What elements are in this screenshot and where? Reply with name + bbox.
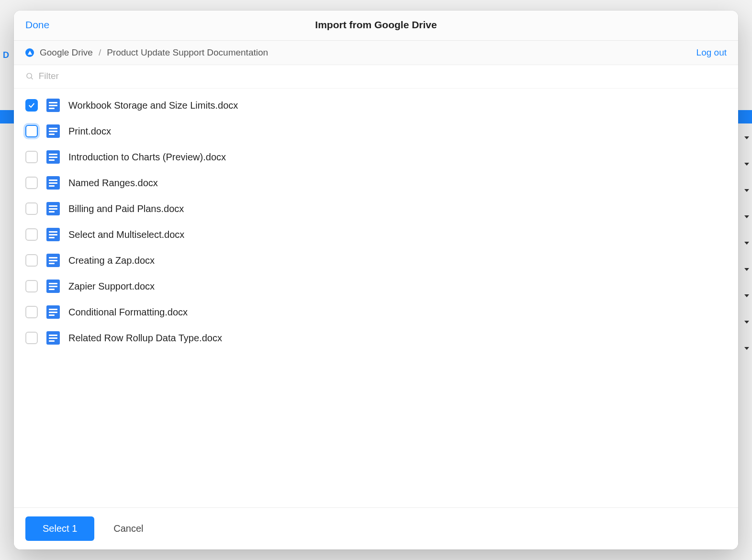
file-row[interactable]: Named Ranges.docx [22,170,730,196]
breadcrumb-separator: / [99,47,101,58]
import-modal: Done Import from Google Drive Google Dri… [14,11,738,549]
document-icon [46,124,60,138]
search-icon [25,72,34,80]
file-name-label: Workbook Storage and Size Limits.docx [68,100,238,111]
logout-button[interactable]: Log out [696,47,727,58]
file-list[interactable]: Workbook Storage and Size Limits.docxPri… [14,89,738,507]
file-name-label: Conditional Formatting.docx [68,307,188,318]
file-row[interactable]: Workbook Storage and Size Limits.docx [22,92,730,118]
file-name-label: Creating a Zap.docx [68,255,155,266]
modal-footer: Select 1 Cancel [14,507,738,549]
background-carets [744,136,749,373]
cancel-button[interactable]: Cancel [113,523,143,534]
breadcrumb-current: Product Update Support Documentation [107,47,268,58]
document-icon [46,150,60,164]
file-checkbox[interactable] [25,99,38,112]
file-checkbox[interactable] [25,177,38,189]
file-row[interactable]: Conditional Formatting.docx [22,299,730,325]
svg-line-1 [31,78,33,79]
file-row[interactable]: Related Row Rollup Data Type.docx [22,325,730,351]
file-name-label: Print.docx [68,126,111,137]
select-button[interactable]: Select 1 [25,516,94,541]
document-icon [46,331,60,345]
file-row[interactable]: Billing and Paid Plans.docx [22,196,730,222]
file-checkbox[interactable] [25,202,38,215]
file-checkbox[interactable] [25,151,38,163]
document-icon [46,99,60,112]
file-checkbox[interactable] [25,228,38,241]
file-row[interactable]: Introduction to Charts (Preview).docx [22,144,730,170]
google-drive-icon [25,48,34,57]
file-name-label: Related Row Rollup Data Type.docx [68,333,222,344]
breadcrumb-bar: Google Drive / Product Update Support Do… [14,41,738,65]
document-icon [46,305,60,319]
file-row[interactable]: Creating a Zap.docx [22,247,730,273]
filter-row [14,65,738,89]
modal-header: Done Import from Google Drive [14,11,738,41]
file-checkbox[interactable] [25,254,38,267]
file-checkbox[interactable] [25,280,38,292]
document-icon [46,254,60,267]
document-icon [46,202,60,215]
svg-point-0 [27,73,32,78]
file-name-label: Billing and Paid Plans.docx [68,203,184,214]
file-checkbox[interactable] [25,306,38,318]
file-name-label: Zapier Support.docx [68,281,155,292]
file-row[interactable]: Print.docx [22,118,730,144]
done-button[interactable]: Done [25,19,49,31]
file-name-label: Introduction to Charts (Preview).docx [68,152,226,163]
breadcrumb: Google Drive / Product Update Support Do… [25,47,268,58]
modal-title: Import from Google Drive [315,19,437,31]
breadcrumb-root[interactable]: Google Drive [40,47,93,58]
background-partial-text: D [3,50,9,60]
file-name-label: Named Ranges.docx [68,178,158,189]
file-checkbox[interactable] [25,332,38,344]
file-name-label: Select and Multiselect.docx [68,229,184,240]
document-icon [46,228,60,241]
document-icon [46,280,60,293]
file-row[interactable]: Select and Multiselect.docx [22,222,730,247]
filter-input[interactable] [39,71,727,81]
file-row[interactable]: Zapier Support.docx [22,273,730,299]
document-icon [46,176,60,190]
file-checkbox[interactable] [25,125,38,137]
